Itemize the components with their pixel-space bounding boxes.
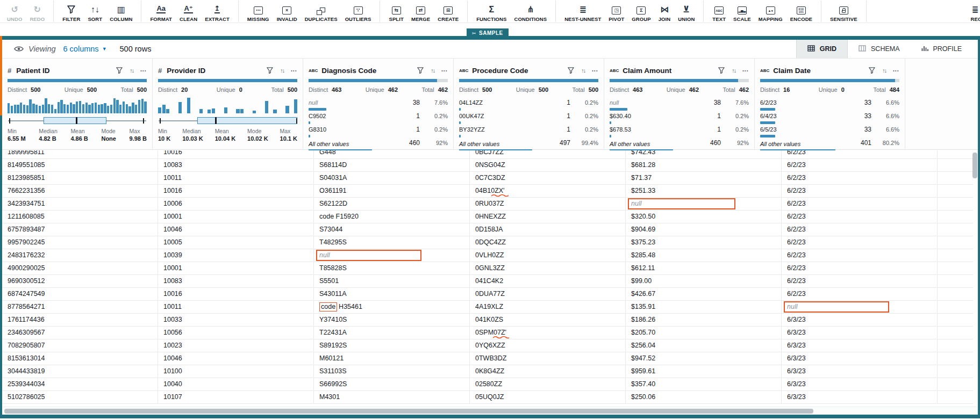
cell-date[interactable]: 6/3/23 <box>782 314 938 326</box>
cell-procedure[interactable]: 0K8G4ZZ <box>470 365 626 378</box>
cell-diagnosis[interactable]: S62122D <box>314 198 470 210</box>
toolbar-mapping[interactable]: ▲●MAPPING <box>755 1 786 22</box>
toolbar-sort[interactable]: ↑↓SORT <box>84 1 106 22</box>
cell-amount[interactable]: $742.43 <box>626 150 782 158</box>
cell-patient[interactable]: 6757893487 <box>2 223 158 236</box>
toolbar-conditions[interactable]: ⋔CONDITIONS <box>511 1 551 22</box>
cell-provider[interactable]: 10056 <box>158 327 314 339</box>
cell-date[interactable]: 6/2/23 <box>782 223 938 236</box>
cell-amount[interactable]: $947.52 <box>626 352 782 365</box>
toolbar-group[interactable]: ΣGROUP <box>628 1 654 22</box>
toolbar-duplicates[interactable]: DUPLICATES <box>301 1 341 22</box>
sort-icon[interactable]: ↑↓ <box>882 67 886 74</box>
sort-icon[interactable]: ↑↓ <box>581 67 585 74</box>
cell-amount[interactable]: $681.28 <box>626 159 782 171</box>
sort-icon[interactable]: ↑↓ <box>130 67 133 74</box>
cell-date[interactable]: 6/2/23 <box>782 185 938 197</box>
cell-patient[interactable]: 9690300512 <box>2 275 158 287</box>
cell-procedure[interactable]: 0BCJ7ZZ <box>470 150 626 158</box>
cell-patient[interactable]: 8153613014 <box>2 352 158 365</box>
cell-diagnosis[interactable]: null <box>314 249 470 262</box>
cell-provider[interactable]: 10039 <box>158 249 314 262</box>
cell-procedure[interactable]: 02580ZZ <box>470 378 626 390</box>
cell-diagnosis[interactable]: M60121 <box>314 352 470 365</box>
cell-patient[interactable]: 8149551085 <box>2 159 158 171</box>
cell-patient[interactable]: 4900290025 <box>2 262 158 274</box>
cell-amount[interactable]: $186.26 <box>626 314 782 326</box>
cell-provider[interactable]: 10040 <box>158 378 314 390</box>
cell-diagnosis[interactable]: S04031A <box>314 172 470 184</box>
cell-date[interactable]: 6/3/23 <box>782 327 938 339</box>
cell-date[interactable]: 6/3/23 <box>782 339 938 352</box>
cell-diagnosis[interactable]: T22431A <box>314 327 470 339</box>
tab-schema[interactable]: SCHEMA <box>848 40 910 58</box>
cell-provider[interactable]: 10001 <box>158 211 314 223</box>
cell-diagnosis[interactable]: code F15920 <box>314 211 470 223</box>
cell-date[interactable]: 6/3/23 <box>782 378 938 390</box>
filter-icon[interactable] <box>718 67 725 74</box>
cell-provider[interactable]: 10083 <box>158 275 314 287</box>
filter-icon[interactable] <box>116 67 123 74</box>
cell-amount[interactable]: $426.67 <box>626 288 782 300</box>
cell-amount[interactable]: $250.06 <box>626 391 782 403</box>
more-options-icon[interactable]: ••• <box>742 69 749 73</box>
toolbar-split[interactable]: ⇆SPLIT <box>385 1 407 22</box>
toolbar-union[interactable]: ⊻UNION <box>674 1 698 22</box>
cell-diagnosis[interactable]: M4301 <box>314 391 470 403</box>
cell-procedure[interactable]: 4A19XLZ <box>470 301 626 313</box>
toolbar-functions[interactable]: ΣFUNCTIONS <box>473 1 510 22</box>
cell-provider[interactable]: 10001 <box>158 262 314 274</box>
cell-patient[interactable]: 1899995811 <box>2 150 158 158</box>
cell-date[interactable]: 6/2/23 <box>782 198 938 210</box>
cell-date[interactable]: 6/2/23 <box>782 211 938 223</box>
range-slider[interactable] <box>158 117 297 125</box>
cell-amount[interactable]: $99.00 <box>626 275 782 287</box>
cell-date[interactable]: 6/3/23 <box>782 352 938 365</box>
cell-procedure[interactable]: 0VLH0ZZ <box>470 249 626 262</box>
toolbar-encode[interactable]: 010101ENCODE <box>786 1 816 22</box>
cell-procedure[interactable]: 0YQ6XZZ <box>470 339 626 352</box>
cell-procedure[interactable]: 0C7C3DZ <box>470 172 626 184</box>
cell-diagnosis[interactable]: G448 <box>314 150 470 158</box>
sort-icon[interactable]: ↑↓ <box>280 67 284 74</box>
cell-date[interactable]: 6/2/23 <box>782 159 938 171</box>
cell-diagnosis[interactable]: O361191 <box>314 185 470 197</box>
cell-diagnosis[interactable]: S68114D <box>314 159 470 171</box>
toolbar-outliers[interactable]: ∵OUTLIERS <box>341 1 375 22</box>
cell-amount[interactable]: $205.70 <box>626 327 782 339</box>
cell-amount[interactable]: null <box>626 198 782 210</box>
cell-provider[interactable]: 10005 <box>158 236 314 249</box>
more-options-icon[interactable]: ••• <box>291 69 297 73</box>
cell-provider[interactable]: 10011 <box>158 172 314 184</box>
cell-diagnosis[interactable]: T48295S <box>314 236 470 249</box>
cell-date[interactable]: 6/3/23 <box>782 365 938 378</box>
cell-patient[interactable]: 7082905807 <box>2 339 158 352</box>
cell-date[interactable]: 6/2/23 <box>782 262 938 274</box>
toolbar-recipe[interactable]: ≣ 0 RECIPE <box>967 1 980 22</box>
toolbar-invalid[interactable]: ×INVALID <box>273 1 301 22</box>
toolbar-extract[interactable]: ↥EXTRACT <box>201 1 233 22</box>
filter-icon[interactable] <box>568 67 574 74</box>
cell-amount[interactable]: $320.50 <box>626 211 782 223</box>
cell-diagnosis[interactable]: codeH35461 <box>314 301 470 313</box>
cell-diagnosis[interactable]: S5501 <box>314 275 470 287</box>
sort-icon[interactable]: ↑↓ <box>431 67 434 74</box>
cell-diagnosis[interactable]: S73044 <box>314 223 470 236</box>
cell-provider[interactable]: 10100 <box>158 365 314 378</box>
cell-patient[interactable]: 8778564271 <box>2 301 158 313</box>
cell-patient[interactable]: 7662231356 <box>2 185 158 197</box>
cell-patient[interactable]: 3423934751 <box>2 198 158 210</box>
filter-icon[interactable] <box>267 67 273 74</box>
toolbar-clean[interactable]: A⁺CLEAN <box>176 1 201 22</box>
filter-icon[interactable] <box>869 67 875 74</box>
sort-icon[interactable]: ↑↓ <box>732 67 735 74</box>
toolbar-pivot[interactable]: ◳PIVOT <box>605 1 628 22</box>
cell-patient[interactable]: 6874247549 <box>2 288 158 300</box>
cell-patient[interactable]: 3044433819 <box>2 365 158 378</box>
toolbar-column[interactable]: ▥COLUMN <box>106 1 136 22</box>
toolbar-sensitive[interactable]: SENSITIVE <box>826 1 861 22</box>
cell-provider[interactable]: 10046 <box>158 352 314 365</box>
cell-provider[interactable]: 10016 <box>158 150 314 158</box>
cell-amount[interactable]: $375.23 <box>626 236 782 249</box>
cell-amount[interactable]: $71.37 <box>626 172 782 184</box>
